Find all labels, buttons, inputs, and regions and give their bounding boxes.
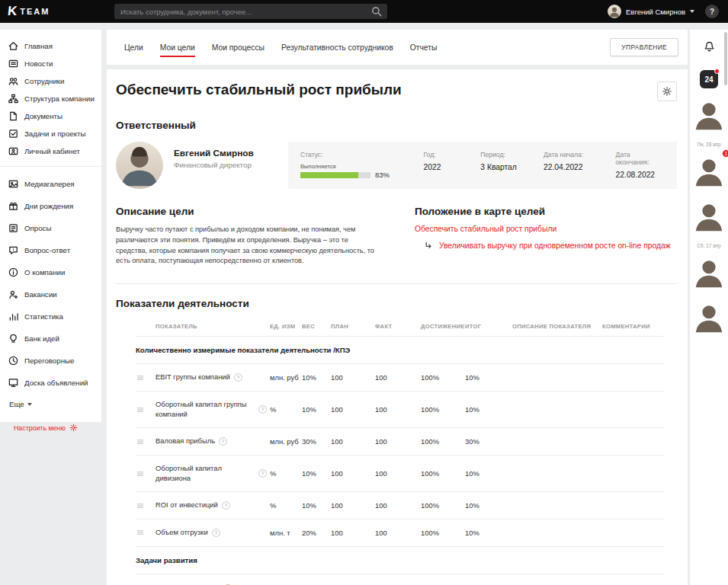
drag-handle-icon[interactable] xyxy=(136,501,152,510)
drag-handle-icon[interactable] xyxy=(136,437,152,446)
cell-total: 10% xyxy=(465,519,512,547)
drag-handle-icon[interactable] xyxy=(136,373,152,382)
responsible-role: Финансовый директор xyxy=(174,161,254,169)
cell-description xyxy=(512,391,602,427)
gear-icon xyxy=(662,86,672,97)
sidebar-item[interactable]: Статистика xyxy=(0,305,101,328)
user-menu[interactable]: Евгений Смирнов xyxy=(608,0,694,23)
sidebar-item[interactable]: Вопрос-ответ xyxy=(0,239,101,261)
sidebar-item-label: Вакансии xyxy=(24,290,57,299)
cell-comments xyxy=(602,492,665,519)
bell-icon[interactable] xyxy=(703,40,716,53)
rail-avatar-item[interactable] xyxy=(690,197,728,235)
sidebar-item[interactable]: Главная xyxy=(0,37,101,55)
rail-avatar-item[interactable] xyxy=(690,253,728,291)
group-row: Количественно измеримые показатели деяте… xyxy=(136,337,665,364)
cell-unit: млн. руб xyxy=(270,428,302,456)
cell-weight: 30% xyxy=(302,428,331,456)
responsible-avatar xyxy=(116,142,163,189)
tab[interactable]: Результативность сотрудников xyxy=(273,31,402,63)
polls-icon xyxy=(8,222,19,234)
search-input[interactable] xyxy=(114,8,370,16)
drag-handle-icon[interactable] xyxy=(136,528,152,537)
rail-avatar-item[interactable]: 1 xyxy=(690,152,728,190)
cell-achievement: 100% xyxy=(421,455,465,491)
configure-menu-link[interactable]: Настроить меню xyxy=(14,424,78,432)
sidebar-item[interactable]: Вакансии xyxy=(0,283,101,305)
sidebar-item[interactable]: Медиагалерея xyxy=(0,173,101,195)
main-area: ЦелиМои целиМои процессыРезультативность… xyxy=(107,30,688,585)
board-icon xyxy=(8,377,19,388)
sidebar-item[interactable]: Новости xyxy=(0,55,101,72)
help-icon[interactable]: ? xyxy=(234,373,242,382)
configure-menu-label: Настроить меню xyxy=(14,424,66,432)
manage-button[interactable]: УПРАВЛЕНИЕ xyxy=(610,38,678,56)
sidebar-main-list: ГлавнаяНовостиСотрудникиСтруктура компан… xyxy=(0,37,101,160)
sidebar-item-label: Статистика xyxy=(24,312,63,321)
tab[interactable]: Отчеты xyxy=(402,31,446,63)
sidebar-item[interactable]: Сотрудники xyxy=(0,72,101,90)
tab[interactable]: Мои процессы xyxy=(204,31,273,63)
indicator-row: EBIT группы компаний?млн. руб10%10010010… xyxy=(136,364,665,392)
sidebar-more[interactable]: Еще xyxy=(0,394,101,416)
help-icon[interactable]: ? xyxy=(219,437,227,446)
cell-weight: 10% xyxy=(302,574,331,585)
sidebar-item[interactable]: О компании xyxy=(0,261,101,283)
sidebar-item[interactable]: Задачи и проекты xyxy=(0,125,101,142)
help-button[interactable]: ? xyxy=(705,5,719,18)
cell-unit: млн. т xyxy=(270,519,302,547)
period-label: Период: xyxy=(480,151,544,158)
notification-count-badge: 1 xyxy=(722,149,728,158)
year-value: 2022 xyxy=(423,163,480,171)
logo[interactable]: K TEAM xyxy=(8,4,50,19)
goal-map-parent-link[interactable]: Обеспечить стабильный рост прибыли xyxy=(415,225,677,233)
tab[interactable]: Цели xyxy=(116,31,152,63)
cell-comments xyxy=(602,428,665,456)
sidebar-item[interactable]: Структура компании xyxy=(0,90,101,107)
indicator-name: Оборотный капитал дивизиона xyxy=(156,464,255,483)
drag-handle-icon[interactable] xyxy=(136,469,152,478)
sidebar-item[interactable]: Дни рождения xyxy=(0,195,101,217)
cell-achievement: 100% xyxy=(421,391,465,427)
rail-avatar-item[interactable] xyxy=(690,95,728,133)
help-icon[interactable]: ? xyxy=(212,529,220,537)
scrollbar[interactable] xyxy=(724,32,727,85)
indicator-name: ROI от инвестиций xyxy=(156,500,218,510)
cell-unit: % xyxy=(270,455,302,491)
sidebar-item[interactable]: Банк идей xyxy=(0,328,101,350)
sidebar-secondary-list: МедиагалереяДни рожденияОпросыВопрос-отв… xyxy=(0,173,101,394)
help-icon[interactable]: ? xyxy=(222,501,230,510)
indicator-name: Оборотный капитал группы компаний xyxy=(156,400,255,419)
progress-bar xyxy=(300,172,370,178)
avatar xyxy=(690,152,728,190)
sidebar-item[interactable]: Доска объявлений xyxy=(0,372,101,394)
help-icon[interactable]: ? xyxy=(258,405,267,414)
calendar-notification[interactable]: 24 xyxy=(700,70,718,88)
cell-comments xyxy=(602,574,665,585)
sidebar-item[interactable]: Личный кабинет xyxy=(0,142,101,160)
sidebar-item[interactable]: Опросы xyxy=(0,217,101,239)
cell-plan: 100 xyxy=(331,574,375,585)
search-icon[interactable] xyxy=(370,5,383,18)
chevron-down-icon xyxy=(27,403,32,406)
indicator-row: Объем отгрузки?млн. т20%100100100%10% xyxy=(136,519,665,547)
sidebar-item[interactable]: Переговорные xyxy=(0,350,101,372)
logo-k-mark: K xyxy=(7,4,18,19)
sidebar-item[interactable]: Документы xyxy=(0,107,101,125)
cell-plan: 100 xyxy=(331,428,375,456)
cell-comments xyxy=(602,364,665,392)
cell-fact: 100 xyxy=(375,455,421,491)
tab[interactable]: Мои цели xyxy=(152,31,204,63)
drag-handle-icon[interactable] xyxy=(136,405,152,414)
cell-plan: 100 xyxy=(331,364,375,392)
cell-fact: 100 xyxy=(375,364,421,392)
qa-icon xyxy=(8,245,19,256)
company-icon xyxy=(8,267,19,278)
indicator-name: Валовая прибыль xyxy=(156,436,215,446)
sidebar-item-label: Новости xyxy=(24,59,53,68)
help-icon[interactable]: ? xyxy=(258,469,267,478)
goal-settings-button[interactable] xyxy=(657,82,677,101)
cell-achievement: 100% xyxy=(421,492,465,519)
rail-avatar-item[interactable] xyxy=(690,298,728,336)
goal-map-child-link[interactable]: Увеличивать выручку при одновременном ро… xyxy=(439,241,671,250)
